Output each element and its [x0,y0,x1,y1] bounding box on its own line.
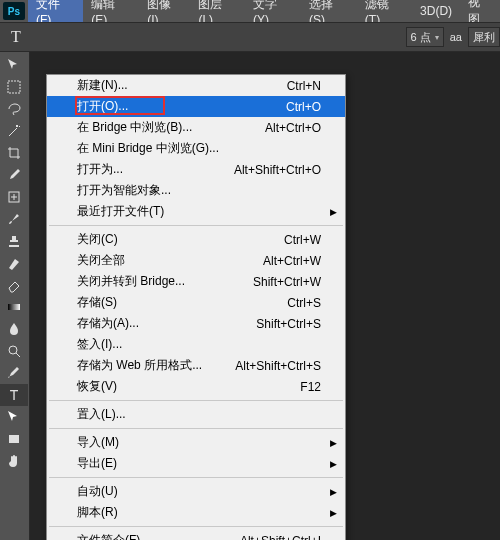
menu-item-label: 存储为 Web 所用格式... [77,357,235,374]
options-bar: T 6 点 ▾ aa 犀利 [0,22,500,52]
lasso-tool[interactable] [0,98,28,120]
submenu-arrow-icon: ▶ [330,487,337,497]
type-tool[interactable]: T [0,384,28,406]
eraser-tool[interactable] [0,274,28,296]
menu-f[interactable]: 文件(F) [28,0,83,22]
gradient-tool[interactable] [0,296,28,318]
menu-item[interactable]: 导出(E)▶ [47,453,345,474]
menu-item-label: 在 Mini Bridge 中浏览(G)... [77,140,321,157]
menu-item[interactable]: 关闭全部Alt+Ctrl+W [47,250,345,271]
menu-item-label: 存储(S) [77,294,287,311]
type-tool-icon: T [4,25,28,49]
menu-item-label: 关闭全部 [77,252,263,269]
menu-item[interactable]: 存储(S)Ctrl+S [47,292,345,313]
submenu-arrow-icon: ▶ [330,459,337,469]
menu-shortcut: Alt+Shift+Ctrl+I [240,534,321,541]
menu-item-label: 存储为(A)... [77,315,256,332]
menu-item[interactable]: 导入(M)▶ [47,432,345,453]
menu-shortcut: Ctrl+O [286,100,321,114]
menu-item[interactable]: 自动(U)▶ [47,481,345,502]
menu-item[interactable]: 打开为...Alt+Shift+Ctrl+O [47,159,345,180]
menu-item-label: 脚本(R) [77,504,321,521]
menu-item[interactable]: 关闭并转到 Bridge...Shift+Ctrl+W [47,271,345,292]
menu-separator [49,526,343,527]
menu-shortcut: Alt+Shift+Ctrl+S [235,359,321,373]
menu-i[interactable]: 图像(I) [139,0,190,22]
hand-tool[interactable] [0,450,28,472]
app-logo: Ps [0,0,28,22]
file-menu-dropdown: 新建(N)...Ctrl+N打开(O)...Ctrl+O在 Bridge 中浏览… [46,74,346,540]
menu-shortcut: Alt+Ctrl+O [265,121,321,135]
menu-separator [49,477,343,478]
menu-item-label: 导入(M) [77,434,321,451]
menu-item-label: 关闭(C) [77,231,284,248]
menu-item[interactable]: 打开为智能对象... [47,180,345,201]
dodge-tool[interactable] [0,340,28,362]
antialias-dropdown[interactable]: 犀利 [468,27,500,47]
menu-item-label: 在 Bridge 中浏览(B)... [77,119,265,136]
menu-y[interactable]: 文字(Y) [245,0,301,22]
brush-tool[interactable] [0,208,28,230]
marquee-tool[interactable] [0,76,28,98]
menu-shortcut: Alt+Ctrl+W [263,254,321,268]
svg-point-3 [9,346,17,354]
menu-item-label: 打开为... [77,161,234,178]
tool-palette: T [0,52,30,540]
menubar: Ps 文件(F)编辑(E)图像(I)图层(L)文字(Y)选择(S)滤镜(T)3D… [0,0,500,22]
menu-item[interactable]: 打开(O)...Ctrl+O [47,96,345,117]
menu-item[interactable]: 文件简介(F)...Alt+Shift+Ctrl+I [47,530,345,540]
menu-item[interactable]: 关闭(C)Ctrl+W [47,229,345,250]
menu-t[interactable]: 滤镜(T) [357,0,412,22]
menu-item-label: 最近打开文件(T) [77,203,321,220]
menu-shortcut: Shift+Ctrl+W [253,275,321,289]
menu-item-label: 新建(N)... [77,77,287,94]
font-size-dropdown[interactable]: 6 点 ▾ [406,27,444,47]
menu-shortcut: Shift+Ctrl+S [256,317,321,331]
svg-text:T: T [10,387,19,403]
menu-l[interactable]: 图层(L) [190,0,245,22]
submenu-arrow-icon: ▶ [330,438,337,448]
svg-rect-5 [9,435,19,443]
menu-item[interactable]: 新建(N)...Ctrl+N [47,75,345,96]
menu-separator [49,428,343,429]
menu-item[interactable]: 脚本(R)▶ [47,502,345,523]
wand-tool[interactable] [0,120,28,142]
menu-item-label: 恢复(V) [77,378,300,395]
submenu-arrow-icon: ▶ [330,508,337,518]
rect-tool[interactable] [0,428,28,450]
menu-item[interactable]: 存储为 Web 所用格式...Alt+Shift+Ctrl+S [47,355,345,376]
menu-[interactable]: 视图 [460,0,500,22]
menu-shortcut: Ctrl+N [287,79,321,93]
menu-item-label: 打开为智能对象... [77,182,321,199]
menu-dd[interactable]: 3D(D) [412,0,460,22]
menu-separator [49,225,343,226]
submenu-arrow-icon: ▶ [330,207,337,217]
svg-rect-0 [8,81,20,93]
menu-shortcut: Alt+Shift+Ctrl+O [234,163,321,177]
eyedrop-tool[interactable] [0,164,28,186]
heal-tool[interactable] [0,186,28,208]
menu-e[interactable]: 编辑(E) [83,0,139,22]
blur-tool[interactable] [0,318,28,340]
menu-item-label: 打开(O)... [77,98,286,115]
menu-item[interactable]: 签入(I)... [47,334,345,355]
menu-item[interactable]: 在 Mini Bridge 中浏览(G)... [47,138,345,159]
move-tool[interactable] [0,54,28,76]
menu-item[interactable]: 存储为(A)...Shift+Ctrl+S [47,313,345,334]
crop-tool[interactable] [0,142,28,164]
menu-item-label: 自动(U) [77,483,321,500]
chevron-down-icon: ▾ [435,33,439,42]
menu-item[interactable]: 最近打开文件(T)▶ [47,201,345,222]
path-tool[interactable] [0,406,28,428]
menu-item[interactable]: 恢复(V)F12 [47,376,345,397]
menu-item-label: 导出(E) [77,455,321,472]
menu-item[interactable]: 置入(L)... [47,404,345,425]
svg-rect-2 [8,304,20,310]
history-tool[interactable] [0,252,28,274]
menu-item-label: 文件简介(F)... [77,532,240,540]
menu-shortcut: F12 [300,380,321,394]
menu-s[interactable]: 选择(S) [301,0,357,22]
pen-tool[interactable] [0,362,28,384]
menu-item[interactable]: 在 Bridge 中浏览(B)...Alt+Ctrl+O [47,117,345,138]
stamp-tool[interactable] [0,230,28,252]
